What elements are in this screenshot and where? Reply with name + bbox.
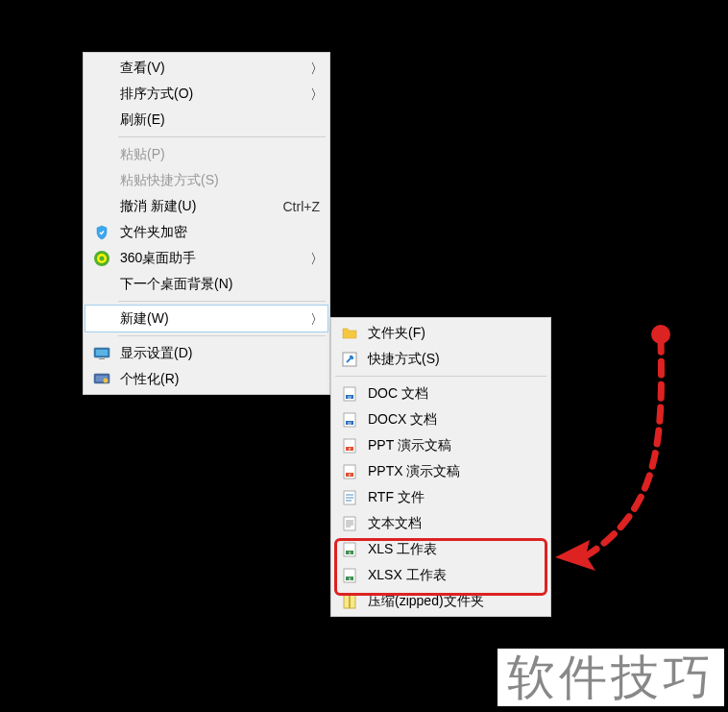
svg-point-8 [104,378,109,382]
svg-point-39 [651,325,670,344]
menu-item-paste: 粘贴(P) [85,141,328,167]
submenu-label: PPT 演示文稿 [368,437,541,454]
submenu-label: 快捷方式(S) [368,351,541,368]
menu-item-personalize[interactable]: 个性化(R) [85,366,328,392]
xls-icon: S [339,539,360,560]
rtf-icon [339,487,360,508]
ppt-icon: P [339,435,360,456]
svg-text:P: P [349,472,352,477]
svg-text:W: W [348,394,352,399]
submenu-label: RTF 文件 [368,489,541,506]
spacer-icon [91,84,112,105]
submenu-item-xlsx[interactable]: S XLSX 工作表 [333,562,548,588]
submenu-item-rtf[interactable]: RTF 文件 [333,484,548,510]
menu-label: 查看(V) [120,60,310,77]
chevron-right-icon: 〉 [310,61,320,75]
menu-item-next-wallpaper[interactable]: 下一个桌面背景(N) [85,271,328,297]
360-icon [91,248,112,269]
submenu-item-doc[interactable]: W DOC 文档 [333,381,548,406]
spacer-icon [91,144,112,165]
svg-point-2 [100,256,105,260]
menu-item-view[interactable]: 查看(V) 〉 [85,55,328,81]
menu-label: 显示设置(D) [120,345,320,362]
submenu-label: XLS 工作表 [368,541,541,558]
chevron-right-icon: 〉 [310,252,320,265]
menu-item-folder-encrypt[interactable]: 文件夹加密 [85,219,328,245]
txt-icon [339,513,360,534]
menu-label: 新建(W) [120,310,310,328]
submenu-label: PPTX 演示文稿 [368,463,541,480]
spacer-icon [91,170,112,191]
submenu-item-ppt[interactable]: P PPT 演示文稿 [333,432,548,458]
menu-label: 排序方式(O) [120,86,310,103]
chevron-right-icon: 〉 [310,312,320,326]
menu-item-refresh[interactable]: 刷新(E) [85,107,328,133]
submenu-item-xls[interactable]: S XLS 工作表 [333,536,548,562]
submenu-item-txt[interactable]: 文本文档 [333,510,548,536]
watermark-text: 软件技巧 [497,649,724,706]
svg-text:S: S [349,550,352,554]
chevron-right-icon: 〉 [310,87,320,101]
menu-label: 个性化(R) [120,371,320,388]
doc-icon: W [339,383,360,405]
menu-item-new[interactable]: 新建(W) 〉 [85,306,328,331]
svg-text:P: P [349,446,352,451]
menu-item-undo[interactable]: 撤消 新建(U) Ctrl+Z [85,193,328,219]
submenu-label: 压缩(zipped)文件夹 [368,593,541,610]
menu-label: 文件夹加密 [120,224,320,241]
pptx-icon: P [339,461,360,482]
submenu-label: DOCX 文档 [368,411,541,429]
docx-icon: W [339,409,360,430]
menu-label: 刷新(E) [120,111,320,129]
personalize-icon [91,369,112,390]
xlsx-icon: S [339,565,360,586]
menu-label: 粘贴(P) [120,146,320,163]
menu-item-paste-shortcut: 粘贴快捷方式(S) [85,167,328,193]
svg-rect-26 [344,517,355,530]
shortcut-icon [339,349,360,370]
new-submenu: 文件夹(F) 快捷方式(S) W DOC 文档 W DOCX 文档 P PPT … [330,317,551,617]
menu-item-sort[interactable]: 排序方式(O) 〉 [85,81,328,107]
spacer-icon [91,196,112,217]
menu-label: 粘贴快捷方式(S) [120,172,320,189]
menu-item-360-helper[interactable]: 360桌面助手 〉 [85,245,328,271]
folder-icon [339,323,360,344]
svg-rect-4 [96,350,108,356]
desktop-context-menu: 查看(V) 〉 排序方式(O) 〉 刷新(E) 粘贴(P) 粘贴快捷方式(S) … [83,52,330,395]
spacer-icon [91,58,112,79]
submenu-item-folder[interactable]: 文件夹(F) [333,320,548,346]
submenu-label: 文本文档 [368,515,541,532]
menu-label: 360桌面助手 [120,250,310,267]
submenu-label: 文件夹(F) [368,325,541,342]
svg-text:W: W [348,420,352,425]
menu-label: 下一个桌面背景(N) [120,276,320,293]
menu-separator [118,301,326,302]
shield-icon [91,222,112,243]
submenu-item-shortcut[interactable]: 快捷方式(S) [333,346,548,372]
submenu-item-docx[interactable]: W DOCX 文档 [333,406,548,432]
menu-label: 撤消 新建(U) [120,198,274,215]
submenu-label: DOC 文档 [368,385,541,403]
menu-item-display-settings[interactable]: 显示设置(D) [85,340,328,366]
spacer-icon [91,110,112,131]
menu-separator [118,335,326,336]
annotation-arrow [547,317,701,586]
monitor-icon [91,343,112,364]
submenu-item-zip[interactable]: 压缩(zipped)文件夹 [333,588,548,614]
svg-rect-38 [349,595,351,608]
menu-shortcut: Ctrl+Z [283,199,321,214]
zip-icon [339,591,360,612]
menu-separator [118,136,326,137]
svg-rect-5 [99,358,105,359]
submenu-item-pptx[interactable]: P PPTX 演示文稿 [333,458,548,484]
menu-separator [335,376,546,377]
spacer-icon [91,308,112,330]
submenu-label: XLSX 工作表 [368,567,541,584]
svg-text:S: S [349,576,352,580]
spacer-icon [91,274,112,295]
